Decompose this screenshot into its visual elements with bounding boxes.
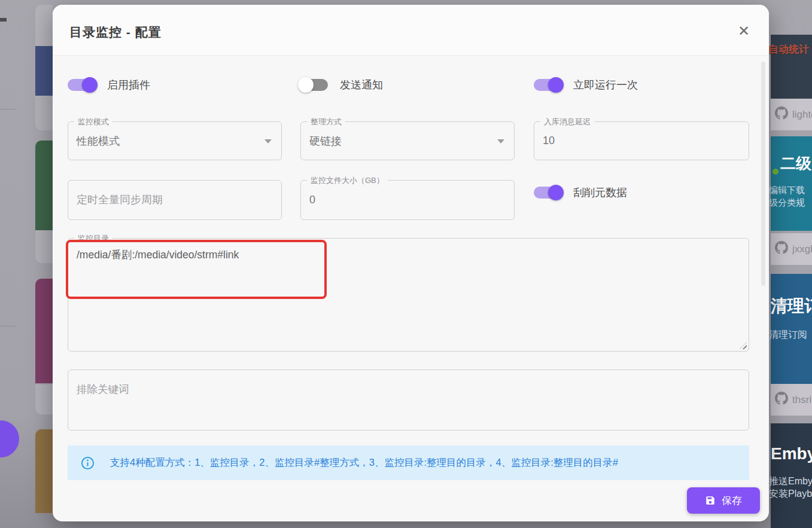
- repo-name: lighto: [792, 109, 812, 121]
- card-title: 自动统计: [768, 42, 812, 56]
- toggle-label: 启用插件: [107, 78, 150, 92]
- background-card-secondary: 二级 编辑下载 级分类规: [771, 136, 812, 231]
- send-notification-switch[interactable]: [300, 79, 328, 91]
- info-banner: 支持4种配置方式：1、监控目录，2、监控目录#整理方式，3、监控目录:整理目的目…: [68, 445, 749, 480]
- github-icon: [775, 106, 788, 123]
- toggle-enable-plugin: 启用插件: [68, 78, 150, 92]
- scrape-metadata-switch[interactable]: [534, 187, 561, 199]
- background-card-fragment: [35, 279, 53, 383]
- card-title: 二级: [780, 153, 812, 174]
- floating-action-button: [0, 420, 19, 457]
- screen: 自动统计 lighto 二级 编辑下载 级分类规 jxxgh 清理订 清理订阅: [0, 0, 812, 528]
- toggle-label: 立即运行一次: [573, 78, 638, 92]
- card-line: 安装Playb: [769, 487, 812, 500]
- chevron-down-icon: [497, 139, 504, 144]
- toggle-run-once: 立即运行一次: [534, 78, 638, 92]
- background-card-fragment: [35, 141, 53, 230]
- card-line: 级分类规: [769, 196, 812, 209]
- file-size-field: 监控文件大小（GB）: [300, 180, 515, 220]
- exclude-keywords-textarea[interactable]: [68, 370, 749, 430]
- background-right-strip: 自动统计 lighto 二级 编辑下载 级分类规 jxxgh 清理订 清理订阅: [769, 0, 812, 528]
- background-card-fragment: [35, 429, 53, 513]
- background-card-autostat: 自动统计: [771, 35, 812, 99]
- card-title: 清理订: [771, 295, 812, 318]
- enable-plugin-switch[interactable]: [68, 79, 95, 91]
- info-text: 支持4种配置方式：1、监控目录，2、监控目录#整理方式，3、监控目录:整理目的目…: [110, 456, 618, 469]
- message-delay-field: 入库消息延迟: [534, 121, 749, 160]
- switch-knob: [548, 77, 564, 93]
- dialog-header: 目录监控 - 配置 ✕: [53, 5, 769, 56]
- close-button[interactable]: ✕: [733, 20, 755, 42]
- select-value: 硬链接: [309, 122, 342, 160]
- background-card-fragment: [35, 230, 53, 263]
- save-button-label: 保存: [722, 494, 742, 508]
- background-card-fragment: [35, 96, 53, 130]
- save-icon: [705, 495, 716, 506]
- background-repo-row: lighto: [771, 99, 812, 130]
- transfer-mode-select[interactable]: 整理方式 硬链接: [300, 121, 515, 160]
- field-label: 监控目录: [74, 233, 112, 244]
- divider: [0, 326, 16, 326]
- select-value: 性能模式: [77, 122, 120, 160]
- card-line: 推送Emby: [769, 475, 812, 487]
- save-button[interactable]: 保存: [687, 487, 760, 514]
- chevron-down-icon: [264, 139, 272, 144]
- run-once-switch[interactable]: [534, 79, 561, 91]
- exclude-keywords-field: [68, 370, 749, 431]
- background-card-fragment: [35, 5, 53, 46]
- card-title: Emby对: [771, 442, 812, 465]
- switch-knob: [82, 77, 98, 93]
- modal-scrollbar[interactable]: [761, 62, 765, 286]
- card-line: 编辑下载: [769, 184, 812, 196]
- background-left-strip: [0, 0, 53, 528]
- github-icon: [775, 392, 788, 408]
- close-icon: ✕: [738, 23, 750, 39]
- field-label: 监控文件大小（GB）: [307, 175, 388, 186]
- background-card-emby: Emby对 推送Emby 安装Playb: [771, 423, 812, 528]
- message-delay-input[interactable]: [534, 122, 749, 160]
- info-icon: [81, 456, 95, 470]
- status-dot-icon: [773, 169, 778, 175]
- toggle-send-notification: 发送通知: [300, 78, 383, 92]
- background-card-fragment: [35, 46, 53, 96]
- monitor-mode-select[interactable]: 监控模式 性能模式: [68, 121, 282, 160]
- background-card-cleanup: 清理订 清理订阅: [771, 274, 812, 384]
- switch-knob: [298, 77, 314, 93]
- file-size-input[interactable]: [301, 181, 514, 219]
- toggle-label: 发送通知: [340, 78, 383, 92]
- repo-name: thsrit: [792, 394, 812, 406]
- toggle-scrape-metadata: 刮削元数据: [534, 185, 627, 200]
- monitor-dirs-field: 监控目录 /media/番剧:/media/video/strm#link: [68, 238, 749, 352]
- switch-knob: [548, 185, 564, 200]
- github-icon: [775, 241, 788, 257]
- field-label: 入库消息延迟: [540, 117, 594, 127]
- divider: [0, 109, 16, 109]
- config-dialog: 目录监控 - 配置 ✕ 启用插件 发送通知 立即运行一次 监控模式 性能模式 整…: [53, 5, 769, 521]
- sync-period-input[interactable]: [68, 181, 281, 219]
- sync-period-field: [68, 180, 282, 220]
- monitor-dirs-textarea[interactable]: /media/番剧:/media/video/strm#link: [68, 239, 749, 351]
- card-line: 清理订阅: [769, 328, 812, 341]
- background-card-fragment: [35, 384, 53, 414]
- dialog-title: 目录监控 - 配置: [69, 24, 162, 41]
- background-repo-row: jxxgh: [771, 233, 812, 265]
- background-repo-row: thsrit: [771, 384, 812, 416]
- repo-name: jxxgh: [792, 243, 812, 255]
- background-text-fragment: [0, 18, 7, 22]
- toggle-label: 刮削元数据: [573, 185, 627, 200]
